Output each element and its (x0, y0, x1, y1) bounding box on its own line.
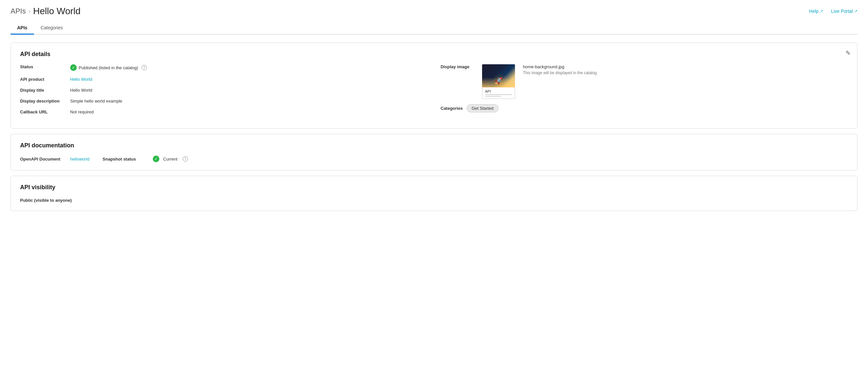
doc-right: Snapshot status ✓ Current ? (103, 156, 188, 162)
display-description-value: Simple hello world example (70, 99, 122, 104)
image-info: home-background.jpg This image will be d… (523, 64, 597, 75)
categories-label: Categories (441, 106, 463, 111)
display-image-label: Display image (441, 64, 477, 69)
categories-row: Categories Get Started (441, 104, 848, 112)
image-label-area: API (482, 87, 515, 99)
image-line-1 (485, 94, 512, 95)
doc-left: OpenAPI Document helloworld (20, 157, 90, 162)
status-row: Status ✓ Published (listed in the catalo… (20, 64, 427, 71)
page-wrapper: APIs › Hello World Help ↗ Live Portal ↗ … (0, 0, 868, 391)
breadcrumb: APIs › Hello World (10, 6, 81, 17)
image-lines (485, 94, 512, 96)
display-description-label: Display description (20, 99, 66, 104)
callback-url-value: Not required (70, 109, 94, 114)
snapshot-label: Snapshot status (103, 157, 149, 162)
snapshot-value: Current (163, 157, 178, 162)
api-product-row: API product Hello World (20, 77, 427, 82)
openapi-label: OpenAPI Document (20, 157, 66, 162)
live-portal-link[interactable]: Live Portal ↗ (831, 8, 858, 14)
status-badge: ✓ Published (listed in the catalog) ? (70, 64, 147, 71)
visibility-value: Public (visible to anyone) (20, 198, 72, 203)
display-title-label: Display title (20, 88, 66, 93)
rocket-image (482, 64, 515, 87)
tab-categories[interactable]: Categories (34, 22, 69, 35)
image-filename: home-background.jpg (523, 64, 597, 69)
snapshot-check-icon: ✓ (153, 156, 159, 162)
main-content: API details ✎ Status ✓ Published (listed… (0, 35, 868, 219)
doc-row: OpenAPI Document helloworld Snapshot sta… (20, 156, 848, 162)
category-tag-get-started[interactable]: Get Started (467, 104, 498, 112)
display-title-row: Display title Hello World (20, 88, 427, 93)
edit-button[interactable]: ✎ (846, 50, 850, 57)
api-details-card: API details ✎ Status ✓ Published (listed… (10, 43, 858, 129)
status-value: Published (listed in the catalog) (79, 65, 138, 70)
api-visibility-title: API visibility (20, 184, 848, 191)
api-documentation-card: API documentation OpenAPI Document hello… (10, 134, 858, 170)
api-details-left: Status ✓ Published (listed in the catalo… (20, 64, 427, 120)
api-visibility-card: API visibility Public (visible to anyone… (10, 176, 858, 211)
help-label: Help (809, 8, 818, 14)
status-label: Status (20, 64, 66, 69)
image-line-2 (485, 96, 501, 96)
callback-url-label: Callback URL (20, 109, 66, 114)
callback-url-row: Callback URL Not required (20, 109, 427, 114)
snapshot-help-icon[interactable]: ? (183, 156, 188, 162)
api-product-value[interactable]: Hello World (70, 77, 92, 82)
tabs-bar: APIs Categories (10, 22, 858, 35)
breadcrumb-parent[interactable]: APIs (10, 7, 26, 16)
image-container: API (482, 64, 515, 99)
breadcrumb-separator: › (28, 8, 30, 15)
display-description-row: Display description Simple hello world e… (20, 99, 427, 104)
live-portal-external-icon: ↗ (854, 9, 858, 13)
header: APIs › Hello World Help ↗ Live Portal ↗ (0, 0, 868, 17)
status-help-icon[interactable]: ? (142, 65, 147, 70)
help-link[interactable]: Help ↗ (809, 8, 823, 14)
tab-apis[interactable]: APIs (10, 22, 34, 35)
api-details-right: Display image API (441, 64, 848, 120)
image-api-text: API (485, 89, 512, 93)
live-portal-label: Live Portal (831, 8, 853, 14)
openapi-value[interactable]: helloworld (70, 157, 90, 162)
header-links: Help ↗ Live Portal ↗ (809, 8, 858, 14)
breadcrumb-current: Hello World (33, 6, 80, 17)
api-documentation-title: API documentation (20, 142, 848, 149)
display-image-section: Display image API (441, 64, 848, 99)
status-check-icon: ✓ (70, 64, 77, 71)
api-details-title: API details (20, 51, 848, 58)
image-hint: This image will be displayed in the cata… (523, 71, 597, 75)
api-details-grid: Status ✓ Published (listed in the catalo… (20, 64, 848, 120)
display-title-value: Hello World (70, 88, 92, 93)
help-external-icon: ↗ (820, 9, 823, 13)
api-product-label: API product (20, 77, 66, 82)
